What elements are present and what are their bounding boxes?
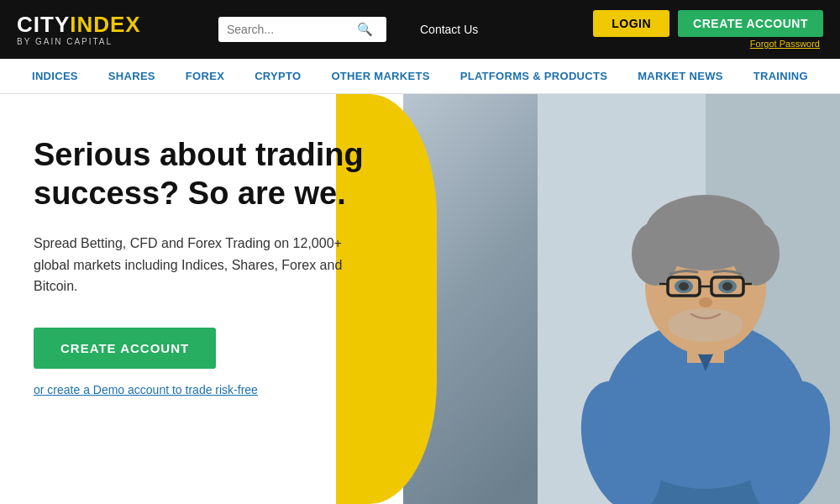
- main-nav: INDICES SHARES FOREX CRYPTO OTHER MARKET…: [0, 59, 840, 94]
- header: CITYINDEX BY GAIN CAPITAL 🔍 Contact Us L…: [0, 0, 840, 59]
- forgot-password-link[interactable]: Forgot Password: [750, 39, 820, 49]
- logo-sub: BY GAIN CAPITAL: [17, 37, 151, 46]
- logo: CITYINDEX BY GAIN CAPITAL: [17, 13, 151, 46]
- nav-item-shares[interactable]: SHARES: [93, 59, 171, 94]
- nav-item-platforms[interactable]: PLATFORMS & PRODUCTS: [445, 59, 622, 94]
- logo-city: CITY: [17, 12, 70, 37]
- nav-item-training[interactable]: TRAINING: [738, 59, 823, 94]
- hero-subtext: Spread Betting, CFD and Forex Trading on…: [34, 233, 353, 297]
- create-account-header-button[interactable]: CREATE ACCOUNT: [678, 10, 823, 37]
- hero-headline: Serious about trading success? So are we…: [34, 136, 370, 213]
- nav-item-crypto[interactable]: CRYPTO: [239, 59, 316, 94]
- svg-point-17: [679, 282, 689, 291]
- btn-row: LOGIN CREATE ACCOUNT: [593, 10, 823, 37]
- search-input[interactable]: [227, 23, 357, 36]
- hero-left: Serious about trading success? So are we…: [0, 94, 403, 504]
- create-account-hero-button[interactable]: CREATE ACCOUNT: [34, 328, 216, 369]
- svg-point-18: [722, 282, 732, 291]
- nav-item-forex[interactable]: FOREX: [171, 59, 239, 94]
- demo-account-link[interactable]: or create a Demo account to trade risk-f…: [34, 383, 258, 396]
- header-right: LOGIN CREATE ACCOUNT Forgot Password: [593, 10, 823, 49]
- login-button[interactable]: LOGIN: [593, 10, 669, 37]
- hero-image-area: [336, 94, 840, 504]
- nav-item-other-markets[interactable]: OTHER MARKETS: [316, 59, 444, 94]
- nav-item-indices[interactable]: INDICES: [17, 59, 93, 94]
- search-box[interactable]: 🔍: [218, 17, 386, 42]
- search-icon: 🔍: [357, 22, 373, 37]
- hero-person-svg: [496, 94, 840, 504]
- svg-point-20: [668, 308, 743, 342]
- svg-point-19: [699, 297, 712, 307]
- hero-person-image: [403, 94, 840, 504]
- contact-us-link[interactable]: Contact Us: [420, 23, 478, 36]
- nav-item-market-news[interactable]: MARKET NEWS: [622, 59, 738, 94]
- logo-index: INDEX: [70, 12, 140, 37]
- hero-section: Serious about trading success? So are we…: [0, 94, 840, 504]
